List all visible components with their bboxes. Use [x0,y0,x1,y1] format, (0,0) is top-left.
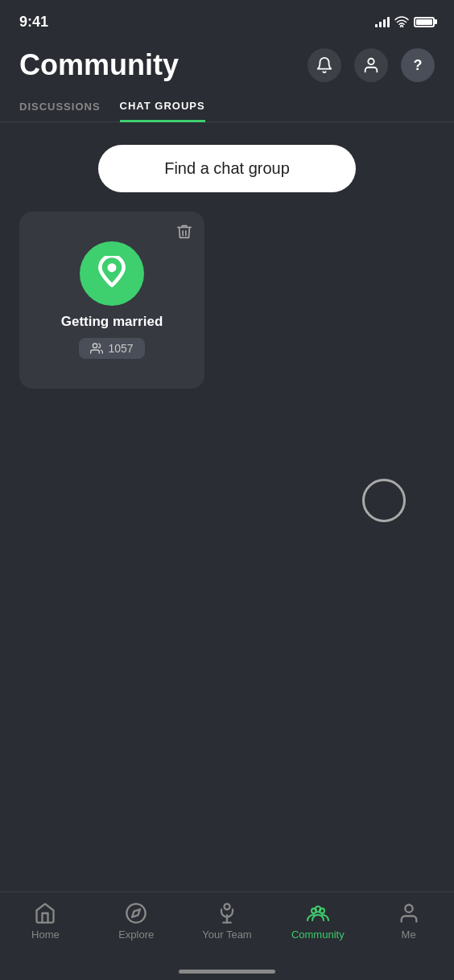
trash-icon [175,223,193,241]
home-nav-label: Home [31,929,60,941]
members-number: 1057 [108,342,133,355]
explore-nav-label: Explore [118,929,154,941]
nav-your-team[interactable]: Your Team [182,902,273,941]
group-avatar-icon [94,256,130,291]
your-team-nav-icon [216,902,238,924]
home-indicator [179,970,275,974]
chat-group-card[interactable]: Getting married 1057 [19,212,204,389]
page-title: Community [19,48,179,82]
your-team-nav-label: Your Team [202,929,251,941]
battery-icon [414,17,435,27]
status-icons [375,16,435,27]
header: Community ? [0,40,454,82]
help-button[interactable]: ? [401,48,435,82]
group-members-count: 1057 [79,338,144,359]
profile-button[interactable] [354,48,388,82]
me-nav-label: Me [402,929,416,941]
find-chat-group-button[interactable]: Find a chat group [98,145,356,192]
wifi-icon [394,16,409,27]
status-time: 9:41 [19,14,48,31]
bottom-nav: Home Explore Your Team Community [0,891,454,980]
home-nav-icon [34,902,56,924]
explore-nav-icon [125,902,147,924]
tab-discussions[interactable]: DISCUSSIONS [19,100,101,121]
status-bar: 9:41 [0,0,454,40]
me-nav-icon [398,902,420,924]
tab-chat-groups[interactable]: CHAT GROUPS [120,100,205,122]
nav-me[interactable]: Me [363,902,454,941]
svg-point-9 [405,905,412,912]
community-nav-label: Community [291,929,345,941]
svg-point-2 [127,904,146,922]
group-avatar [80,241,144,306]
bell-icon [316,56,333,74]
header-actions: ? [307,48,435,82]
nav-explore[interactable]: Explore [91,902,182,941]
group-name: Getting married [61,314,163,330]
svg-point-1 [93,344,97,348]
community-nav-icon [306,902,330,924]
user-icon [362,56,380,74]
tabs-container: DISCUSSIONS CHAT GROUPS [0,85,454,122]
search-container: Find a chat group [0,145,454,192]
delete-group-button[interactable] [175,223,193,245]
nav-community[interactable]: Community [272,902,363,941]
signal-icon [375,16,390,27]
svg-marker-3 [132,909,140,917]
svg-point-0 [368,59,374,64]
cards-grid: Getting married 1057 [0,212,454,389]
notifications-button[interactable] [307,48,341,82]
add-button[interactable] [362,479,406,522]
nav-home[interactable]: Home [0,902,91,941]
members-icon [90,342,103,355]
question-mark: ? [414,57,423,74]
